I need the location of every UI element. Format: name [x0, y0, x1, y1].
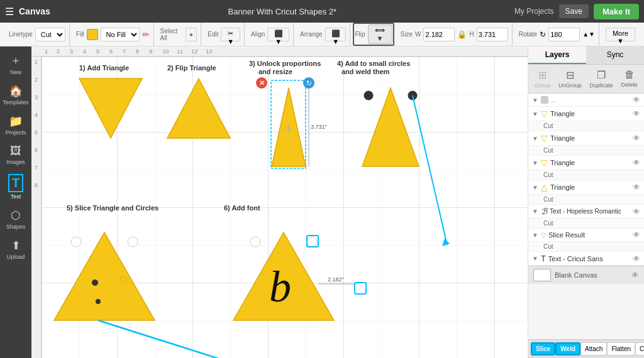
layer-arrow-t3[interactable]: ▼ [532, 160, 538, 166]
layer-arrow-slice[interactable]: ▼ [532, 232, 538, 239]
fill-color-box[interactable] [87, 29, 98, 40]
layer-cut-t1: Cut [543, 122, 553, 129]
pencil-icon[interactable]: ✏ [142, 30, 150, 40]
projects-icon: 📁 [9, 114, 23, 128]
step3-label2: and resize [258, 68, 292, 75]
lock-icon[interactable]: 🔒 [457, 30, 467, 39]
edit-btn[interactable]: ✂ ▼ [221, 28, 240, 41]
h-label: H [469, 31, 474, 38]
delete-btn[interactable]: 🗑 Delete [618, 67, 641, 90]
slice-btn[interactable]: Slice [531, 342, 555, 355]
left-sidebar: ＋ New 🏠 Templates 📁 Projects 🖼 Images T … [0, 46, 31, 358]
step5-circle-2 [120, 276, 126, 283]
sidebar-item-templates[interactable]: 🏠 Templates [2, 80, 30, 109]
step4-circle-left [364, 91, 373, 100]
ruler-left: 12 34 56 78 [31, 57, 42, 358]
sidebar-item-images-label: Images [6, 159, 25, 165]
right-panel: Layers Sync ⊞ Group ⊟ UnGroup ❐ Duplicat… [528, 46, 644, 358]
tab-layers[interactable]: Layers [528, 46, 586, 64]
layer-name-cs: Text - Cricut Sans [548, 255, 630, 263]
attach-btn[interactable]: Attach [580, 342, 607, 355]
step6-label: 6) Add font [224, 204, 260, 212]
layer-cut-slice: Cut [543, 243, 553, 250]
sidebar-item-images[interactable]: 🖼 Images [2, 141, 30, 169]
layer-arrow-t4[interactable]: ▼ [532, 184, 538, 191]
linetype-select[interactable]: Cut [35, 28, 65, 41]
size-section: Size W 🔒 H [397, 23, 513, 46]
sidebar-item-new[interactable]: ＋ New [2, 49, 30, 79]
layer-eye-t1[interactable]: 👁 [633, 109, 640, 118]
layer-eye-hr[interactable]: 👁 [633, 207, 640, 216]
align-btn[interactable]: ⬛ ▼ [267, 28, 289, 41]
layer-eye-cs[interactable]: 👁 [633, 254, 640, 263]
ungroup-btn[interactable]: ⊟ UnGroup [555, 67, 585, 90]
rotate-input[interactable] [548, 28, 580, 41]
layer-item-triangle-4[interactable]: ▼ △ Triangle 👁 [528, 180, 644, 195]
layer-eye-t2[interactable]: 👁 [633, 134, 640, 143]
save-button[interactable]: Save [559, 4, 589, 18]
sidebar-item-upload[interactable]: ⬆ Upload [2, 235, 30, 264]
make-it-button[interactable]: Make It [594, 4, 639, 19]
layer-arrow-t2[interactable]: ▼ [532, 135, 538, 142]
layer-item-triangle-1[interactable]: ▼ ▽ Triangle 👁 [528, 107, 644, 121]
layer-triangle-icon-4: △ [541, 182, 548, 192]
canvas-content[interactable]: 1) Add Triangle 2) Flip Triangle 3) Unlo… [42, 57, 528, 358]
sidebar-item-projects-label: Projects [6, 129, 26, 136]
layer-eye-t3[interactable]: 👁 [633, 158, 640, 167]
menu-icon[interactable]: ☰ [5, 6, 14, 18]
flatten-btn[interactable]: Flatten [607, 342, 635, 355]
layer-arrow-t1[interactable]: ▼ [532, 111, 538, 117]
layer-arrow-hr[interactable]: ▼ [532, 208, 538, 215]
align-label: Align [251, 31, 265, 38]
layer-item-triangle-2[interactable]: ▼ ▽ Triangle 👁 [528, 131, 644, 146]
canvas-area[interactable]: 1 2 3 4 5 6 7 8 9 10 11 12 13 12 34 56 7… [31, 46, 528, 358]
top-bar-right: My Projects Save Make It [514, 4, 639, 19]
select-all-plus-btn[interactable]: + [186, 28, 197, 41]
sidebar-item-text-label: Text [11, 193, 21, 200]
duplicate-btn[interactable]: ❐ Duplicate [586, 67, 616, 90]
tab-sync[interactable]: Sync [586, 46, 644, 64]
layer-item-text-hr[interactable]: ▼ ℬ Text - Hopeless Romantic 👁 [528, 205, 644, 219]
layer-eye-slice[interactable]: 👁 [633, 231, 640, 239]
arrange-btn[interactable]: ⬛ ▼ [325, 28, 347, 41]
sidebar-item-shapes[interactable]: ⬡ Shapes [2, 205, 30, 234]
sidebar-item-text[interactable]: T Text [2, 170, 30, 203]
sidebar-item-shapes-label: Shapes [6, 224, 26, 230]
layer-triangle-icon-1: ▽ [541, 109, 548, 119]
layer-item-slice[interactable]: ▼ ▽ Slice Result 👁 [528, 229, 644, 242]
toolbar: Linetype Cut Fill No Fill ✏ Select All +… [0, 23, 644, 46]
contour-btn[interactable]: Contour [635, 342, 644, 355]
layer-eye-0[interactable]: 👁 [633, 95, 640, 104]
my-projects-link[interactable]: My Projects [514, 7, 554, 16]
layer-arrow-cs[interactable]: ▼ [532, 255, 538, 262]
edit-section: Edit ✂ ▼ [204, 23, 245, 46]
flip-section: Flip ⟺ ▼ [353, 23, 394, 46]
blank-canvas-eye[interactable]: 👁 [631, 271, 639, 279]
layer-name-t4: Triangle [550, 183, 630, 191]
blank-canvas-box [533, 269, 551, 281]
weld-btn[interactable]: Weld [555, 342, 580, 355]
layer-name-t1: Triangle [550, 110, 630, 117]
more-section: More ▼ [602, 23, 639, 46]
rotate-arrows[interactable]: ▲▼ [582, 31, 595, 38]
layer-item-triangle-3[interactable]: ▼ ▽ Triangle 👁 [528, 156, 644, 170]
fill-select[interactable]: No Fill [101, 28, 140, 41]
width-input[interactable] [423, 28, 455, 41]
step4-label2: and weld them [341, 68, 390, 75]
height-input[interactable] [477, 28, 508, 41]
group-btn[interactable]: ⊞ Group [531, 67, 553, 90]
more-btn[interactable]: More ▼ [606, 28, 635, 41]
fill-label: Fill [76, 31, 84, 38]
align-section: Align ⬛ ▼ [247, 23, 294, 46]
layer-eye-t4[interactable]: 👁 [633, 183, 640, 192]
layer-item-text-cs[interactable]: ▼ T Text - Cricut Sans 👁 [528, 252, 644, 266]
step5-circle-3 [96, 299, 101, 304]
layers-list: ▼ ... 👁 ▼ ▽ Triangle 👁 Cut ▼ ▽ Triangle … [528, 94, 644, 339]
sidebar-item-projects[interactable]: 📁 Projects [2, 111, 30, 139]
layer-arrow-0[interactable]: ▼ [532, 97, 538, 104]
svg-text:↻: ↻ [306, 79, 312, 87]
w-label: W [415, 31, 421, 38]
flip-h-btn[interactable]: ⟺ ▼ [368, 24, 392, 44]
layer-item-0[interactable]: ▼ ... 👁 [528, 94, 644, 107]
layer-sub-t4: Cut [528, 195, 644, 205]
